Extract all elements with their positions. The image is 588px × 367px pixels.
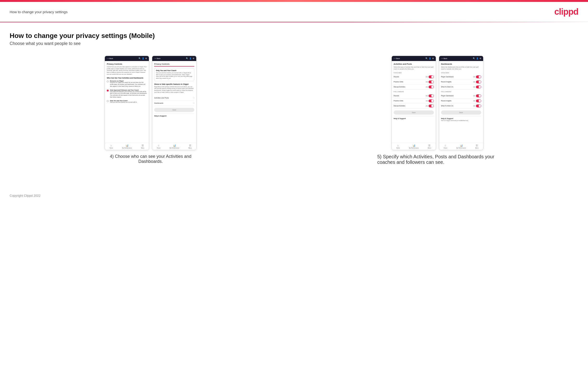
header-title: How to change your privacy settings <box>10 10 68 14</box>
main-content: How to change your privacy settings (Mob… <box>0 22 588 189</box>
back-chevron-icon: ‹ <box>107 58 107 59</box>
home-label-3: Home <box>396 147 400 149</box>
menu-label-4: Menu <box>475 147 479 149</box>
toggle-what-to-work-coaches-switch[interactable] <box>476 85 481 88</box>
toggle-round-insights-followers-switch[interactable] <box>476 100 481 102</box>
radio-approved[interactable] <box>107 90 109 92</box>
nav-home-3[interactable]: ⌂ Home <box>396 144 400 149</box>
nav-menu-2[interactable]: ☰ Menu <box>188 144 192 149</box>
screen4-desc: Select the dashboards that you'd like to… <box>441 66 481 70</box>
screen3-body: Activities and Posts Select the types of… <box>392 61 436 143</box>
nav-home-2[interactable]: ⌂ Home <box>157 144 160 149</box>
popup-title: Only You and Your Coach <box>156 70 193 71</box>
toggle-what-to-work-followers-switch[interactable] <box>476 104 481 107</box>
option-everyone-text: Everyone on Clippd Everyone on Clippd ca… <box>110 80 147 87</box>
search-icon[interactable]: 🔍 <box>138 57 141 59</box>
back-button-2[interactable]: ‹ < Back <box>154 58 160 59</box>
search-icon-3[interactable]: 🔍 <box>425 57 428 59</box>
mobile-header-4: ‹ < Back 🔍 👤 ⚙ <box>439 56 483 61</box>
option-everyone[interactable]: Everyone on Clippd Everyone on Clippd ca… <box>107 80 147 87</box>
toggle-practice-followers-switch[interactable] <box>429 100 434 102</box>
home-icon-3: ⌂ <box>397 144 399 147</box>
save-button-3[interactable]: Save <box>394 110 434 115</box>
home-icon-4: ⌂ <box>445 144 446 147</box>
header-icons-4: 🔍 👤 ⚙ <box>473 57 481 59</box>
screen3-section-title: Activities and Posts <box>394 63 434 65</box>
nav-menu-1[interactable]: ☰ Menu <box>141 144 144 149</box>
help-support-2: Help & Support <box>154 113 194 117</box>
help-support-3: Help & Support <box>394 116 434 119</box>
screen1-section-title: Privacy Controls <box>107 63 147 65</box>
radio-only-you[interactable] <box>107 100 109 102</box>
mobile-header-2: ‹ < Back 🔍 👤 ⚙ <box>152 56 196 61</box>
settings-icon-2[interactable]: ⚙ <box>193 57 194 59</box>
save-button-2[interactable]: Save <box>154 108 194 112</box>
user-icon-2[interactable]: 👤 <box>189 57 192 59</box>
menu-label-1: Menu <box>141 147 144 149</box>
user-icon-4[interactable]: 👤 <box>476 57 479 59</box>
back-button-3[interactable]: ‹ < Back <box>394 58 400 59</box>
toggle-player-dash-followers: Player Dashboard ON <box>441 93 481 99</box>
back-chevron-icon-4: ‹ <box>441 58 441 59</box>
user-icon[interactable]: 👤 <box>142 57 144 59</box>
nav-home-1[interactable]: ⌂ Home <box>109 144 113 149</box>
toggle-manual-coaches-switch[interactable] <box>429 85 434 88</box>
menu-icon-3: ☰ <box>428 144 431 147</box>
header-icons-2: 🔍 👤 ⚙ <box>186 57 194 59</box>
help-desc-4: Visit our Clippd community to troublesho… <box>441 120 481 121</box>
nav-menu-4[interactable]: ☰ Menu <box>475 144 479 149</box>
screenshot-pair-1: ‹ < Back 🔍 👤 ⚙ Privacy Controls Control … <box>105 56 197 150</box>
performance-label-1: My Performance <box>122 147 132 149</box>
toggle-round-insights-coaches-switch[interactable] <box>476 80 481 83</box>
toggle-player-dash-coaches-switch[interactable] <box>476 75 481 78</box>
toggle-practice-coaches-switch[interactable] <box>429 80 434 83</box>
settings-icon-4[interactable]: ⚙ <box>480 57 481 59</box>
footer: Copyright Clippd 2022 <box>0 189 588 202</box>
nav-performance-2[interactable]: 📊 My Performance <box>170 144 179 149</box>
screenshots-row: ‹ < Back 🔍 👤 ⚙ Privacy Controls Control … <box>10 56 578 165</box>
search-icon-2[interactable]: 🔍 <box>186 57 188 59</box>
nav-performance-3[interactable]: 📊 My Performance <box>409 144 419 149</box>
menu-icon-4: ☰ <box>476 144 478 147</box>
search-icon-4[interactable]: 🔍 <box>473 57 475 59</box>
back-button-1[interactable]: ‹ < Back <box>107 58 113 59</box>
save-button-4[interactable]: Save <box>441 110 481 115</box>
home-label-4: Home <box>444 147 447 149</box>
performance-label-3: My Performance <box>409 147 419 149</box>
toggle-rounds-followers-switch[interactable] <box>429 94 434 97</box>
performance-icon-4: 📊 <box>460 144 463 147</box>
user-icon-3[interactable]: 👤 <box>429 57 431 59</box>
option-approved[interactable]: Only Approved Followers and Your Coach O… <box>107 89 147 98</box>
mobile-screen-4: ‹ < Back 🔍 👤 ⚙ Dashboards Select the das… <box>439 56 483 150</box>
toggle-manual-followers-switch[interactable] <box>429 104 434 107</box>
menu-icon: ☰ <box>142 144 144 147</box>
option-only-you[interactable]: Only You and Your Coach Only you and the… <box>107 100 147 103</box>
dashboards-link[interactable]: Dashboards › <box>154 101 194 106</box>
toggle-rounds-coaches: Rounds ON <box>394 75 434 80</box>
back-label-1: < Back <box>108 58 113 59</box>
nav-menu-3[interactable]: ☰ Menu <box>428 144 431 149</box>
nav-home-4[interactable]: ⌂ Home <box>444 144 447 149</box>
popup-overlay: Only You and Your Coach Only you and the… <box>154 68 194 81</box>
settings-icon-3[interactable]: ⚙ <box>432 57 434 59</box>
screen4-section-title: Dashboards <box>441 63 481 65</box>
bottom-nav-3: ⌂ Home 📊 My Performance ☰ Menu <box>392 143 436 150</box>
screen1-section-desc: Control how you and your data appears to… <box>107 66 147 75</box>
settings-icon[interactable]: ⚙ <box>145 57 147 59</box>
back-button-4[interactable]: ‹ < Back <box>441 58 447 59</box>
performance-label-4: My Performance <box>457 147 466 149</box>
activities-posts-link[interactable]: Activities and Posts › <box>154 95 194 101</box>
back-label-3: < Back <box>395 58 400 59</box>
privacy-controls-tab[interactable]: Privacy Controls <box>154 63 194 67</box>
toggle-rounds-coaches-switch[interactable] <box>429 75 434 78</box>
nav-performance-1[interactable]: 📊 My Performance <box>122 144 132 149</box>
nav-performance-4[interactable]: 📊 My Performance <box>457 144 466 149</box>
home-icon-2: ⌂ <box>158 144 159 147</box>
show-hide-title: Show or hide specific features in Clippd <box>154 83 194 85</box>
radio-everyone[interactable] <box>107 80 109 82</box>
performance-icon-2: 📊 <box>173 144 176 147</box>
top-gradient-bar <box>0 0 588 2</box>
menu-label-2: Menu <box>188 147 192 149</box>
menu-label-3: Menu <box>428 147 431 149</box>
toggle-player-dash-followers-switch[interactable] <box>476 94 481 97</box>
